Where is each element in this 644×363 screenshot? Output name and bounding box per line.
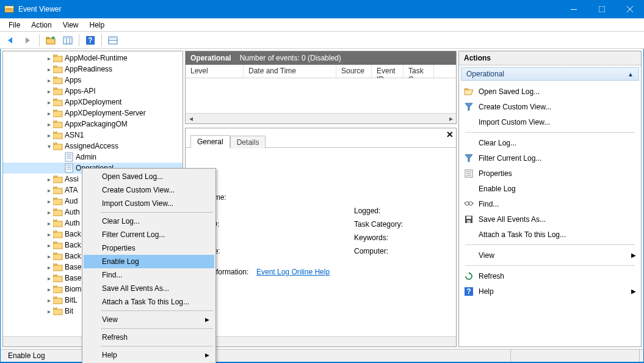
svg-rect-41 — [53, 232, 62, 238]
column-header[interactable]: Date and Time — [244, 65, 336, 78]
expand-icon[interactable]: ▸ — [45, 253, 53, 260]
tree-item[interactable]: ▸AppXDeployment-Server — [3, 108, 183, 119]
expand-icon[interactable]: ▸ — [45, 55, 53, 62]
preview-pane-button[interactable] — [106, 34, 120, 47]
expand-icon[interactable]: ▸ — [45, 220, 53, 227]
menu-item[interactable]: Attach a Task To this Log... — [84, 295, 214, 309]
menu-item[interactable]: Enable Log — [84, 255, 214, 268]
close-button[interactable] — [616, 0, 644, 18]
expand-icon[interactable]: ▸ — [45, 187, 53, 194]
action-item[interactable]: Create Custom View... — [461, 99, 639, 114]
expand-icon[interactable]: ▸ — [45, 209, 53, 216]
menu-item[interactable]: View — [84, 313, 214, 326]
event-grid-header[interactable]: LevelDate and TimeSourceEvent IDTask C..… — [186, 65, 456, 78]
actions-header: Actions — [459, 51, 641, 65]
action-item[interactable]: Import Custom View... — [461, 114, 639, 130]
context-menu[interactable]: Open Saved Log...Create Custom View...Im… — [82, 168, 216, 363]
tree-item[interactable]: ▾AssignedAccess — [3, 141, 183, 152]
svg-rect-48 — [53, 309, 62, 315]
expand-icon[interactable]: ▸ — [45, 242, 53, 249]
menu-item[interactable]: Clear Log... — [84, 215, 214, 228]
svg-rect-21 — [53, 78, 62, 84]
minimize-button[interactable] — [560, 0, 588, 18]
more-info-short: Information: — [210, 268, 256, 276]
tab-general[interactable]: General — [190, 135, 230, 148]
folder-icon — [53, 295, 63, 305]
show-tree-button[interactable] — [43, 34, 58, 47]
tree-item[interactable]: Admin — [3, 152, 183, 163]
menu-help[interactable]: Help — [85, 20, 110, 31]
expand-icon[interactable]: ▸ — [45, 308, 53, 315]
expand-icon[interactable]: ▾ — [45, 143, 53, 150]
expand-icon[interactable]: ▸ — [45, 286, 53, 293]
menu-view[interactable]: View — [58, 20, 84, 31]
column-header[interactable]: Level — [186, 65, 244, 78]
columns-button[interactable] — [60, 34, 75, 47]
expand-icon[interactable]: ▸ — [45, 176, 53, 183]
help-button[interactable]: ? — [83, 34, 98, 47]
scroll-left-icon[interactable]: ◂ — [186, 114, 196, 123]
expand-icon[interactable]: ▸ — [45, 121, 53, 128]
app-icon — [0, 4, 18, 14]
action-item[interactable]: Filter Current Log... — [461, 150, 639, 166]
column-header[interactable]: Source — [336, 65, 372, 78]
column-header[interactable]: Task C... — [403, 65, 434, 78]
menu-item[interactable]: Find... — [84, 268, 214, 282]
action-item[interactable]: Properties — [461, 166, 639, 181]
expand-icon[interactable]: ▸ — [45, 99, 53, 106]
tab-details[interactable]: Details — [230, 136, 266, 148]
event-grid-body[interactable] — [186, 78, 456, 113]
menu-item[interactable]: Save All Events As... — [84, 282, 214, 295]
expand-icon[interactable]: ▸ — [45, 77, 53, 84]
find-icon — [464, 199, 474, 209]
menu-item[interactable]: Create Custom View... — [84, 183, 214, 197]
action-item[interactable]: Refresh — [461, 268, 639, 284]
expand-icon[interactable]: ▸ — [45, 231, 53, 238]
action-item[interactable]: Save All Events As... — [461, 211, 639, 227]
action-item[interactable]: Clear Log... — [461, 135, 639, 150]
expand-icon[interactable]: ▸ — [45, 198, 53, 205]
grid-hscrollbar[interactable]: ◂ ▸ — [186, 113, 456, 123]
tree-item[interactable]: ▸AppReadiness — [3, 64, 183, 75]
menu-action[interactable]: Action — [26, 20, 56, 31]
action-item[interactable]: ?Help▶ — [461, 284, 639, 299]
menu-item[interactable]: Help — [84, 348, 214, 362]
folder-icon — [53, 273, 63, 283]
maximize-button[interactable] — [588, 0, 616, 18]
action-item[interactable]: Find... — [461, 196, 639, 211]
column-header[interactable]: Event ID — [372, 65, 403, 78]
actions-subheader[interactable]: Operational ▲ — [461, 67, 639, 81]
online-help-link[interactable]: Event Log Online Help — [256, 268, 330, 276]
tree-item[interactable]: ▸AppModel-Runtime — [3, 53, 183, 64]
svg-rect-47 — [53, 298, 62, 304]
tree-item[interactable]: ▸AppxPackagingOM — [3, 119, 183, 130]
menu-file[interactable]: File — [4, 20, 25, 31]
menu-item[interactable]: Filter Current Log... — [84, 228, 214, 241]
tree-item[interactable]: ▸Apps — [3, 75, 183, 86]
expand-icon[interactable]: ▸ — [45, 132, 53, 139]
action-item[interactable]: View▶ — [461, 248, 639, 263]
expand-icon[interactable]: ▸ — [45, 110, 53, 117]
expand-icon[interactable]: ▸ — [45, 88, 53, 95]
menu-item[interactable]: Import Custom View... — [84, 197, 214, 210]
expand-icon[interactable]: ▸ — [45, 66, 53, 73]
expand-icon[interactable]: ▸ — [45, 297, 53, 304]
expand-icon[interactable]: ▸ — [45, 264, 53, 271]
menu-item[interactable]: Open Saved Log... — [84, 170, 214, 183]
menu-item[interactable]: Properties — [84, 241, 214, 255]
folder-icon — [53, 284, 63, 294]
action-item[interactable]: Enable Log — [461, 181, 639, 196]
close-detail-button[interactable]: ✕ — [446, 130, 454, 139]
forward-button[interactable] — [21, 34, 35, 47]
scroll-right-icon[interactable]: ▸ — [446, 114, 456, 123]
detail-hscrollbar[interactable] — [186, 336, 456, 346]
tree-item[interactable]: ▸ASN1 — [3, 130, 183, 141]
menu-item[interactable]: Refresh — [84, 331, 214, 344]
back-button[interactable] — [4, 34, 18, 47]
tree-item[interactable]: ▸AppXDeployment — [3, 97, 183, 108]
titlebar[interactable]: Event Viewer — [0, 0, 644, 18]
action-item[interactable]: Attach a Task To this Log... — [461, 227, 639, 242]
action-item[interactable]: Open Saved Log... — [461, 84, 639, 99]
tree-item[interactable]: ▸Apps-API — [3, 86, 183, 97]
expand-icon[interactable]: ▸ — [45, 275, 53, 282]
